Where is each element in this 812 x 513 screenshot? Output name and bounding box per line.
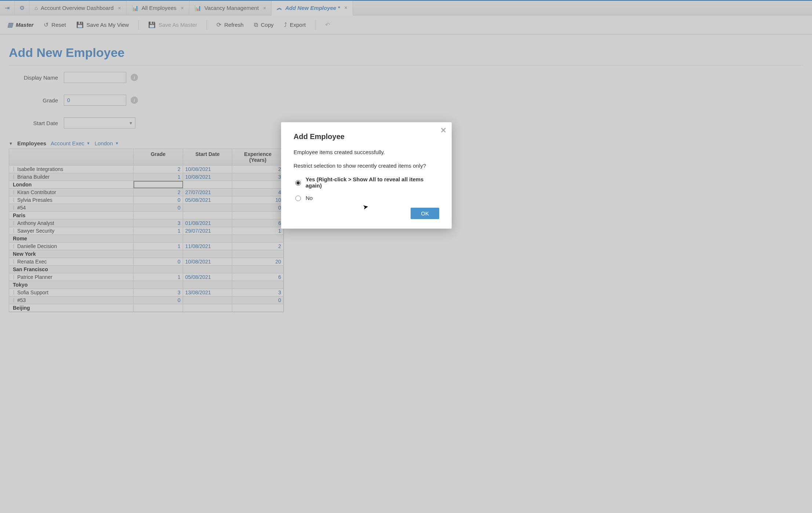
radio-no-label: No [306, 195, 313, 201]
modal-message: Employee items created successfully. [294, 149, 439, 155]
modal-title: Add Employee [294, 132, 439, 141]
radio-yes[interactable] [295, 180, 301, 186]
radio-yes-row[interactable]: Yes (Right-click > Show All to reveal al… [294, 176, 439, 189]
radio-yes-label: Yes (Right-click > Show All to reveal al… [306, 176, 439, 189]
close-icon[interactable]: ✕ [440, 126, 447, 135]
modal-scrim [0, 0, 812, 513]
modal-question: Restrict selection to show recently crea… [294, 163, 439, 169]
radio-no-row[interactable]: No [294, 194, 439, 201]
add-employee-modal: ✕ Add Employee Employee items created su… [281, 122, 452, 229]
radio-no[interactable] [295, 196, 301, 201]
ok-button[interactable]: OK [411, 208, 439, 219]
modal-actions: OK [294, 208, 439, 219]
app-root: ⇥ ⚙ ⌂Account Overview Dashboard×📊All Emp… [0, 0, 812, 513]
